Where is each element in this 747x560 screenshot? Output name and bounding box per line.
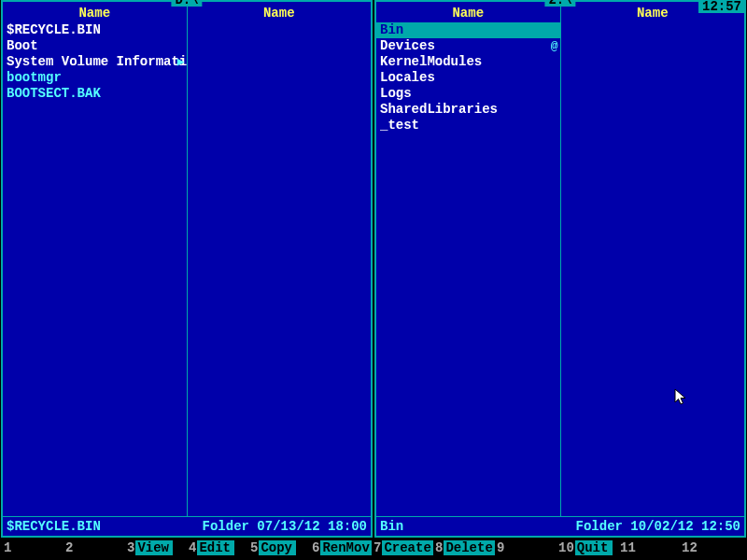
file-item[interactable]: Devices@ <box>376 38 560 54</box>
right-file-list[interactable]: BinDevices@KernelModulesLocalesLogsShare… <box>376 22 560 516</box>
left-column-2: Name <box>188 2 372 516</box>
fkey-num: 5 <box>250 540 259 555</box>
file-marker-icon: @ <box>551 38 558 54</box>
clock: 12:57 <box>698 0 745 13</box>
fkey-num: 7 <box>374 540 382 555</box>
file-item[interactable]: KernelModules <box>376 54 560 70</box>
fkey-7[interactable]: 7Create <box>374 540 435 555</box>
right-column-2: Name <box>561 2 745 516</box>
file-item[interactable]: System Volume Informatio▶ <box>3 54 187 70</box>
fkey-10[interactable]: 10Quit <box>558 540 620 555</box>
right-columns: Name BinDevices@KernelModulesLocalesLogs… <box>376 2 744 516</box>
fkey-8[interactable]: 8Delete <box>435 540 497 555</box>
left-column-1: Name $RECYCLE.BINBootSystem Volume Infor… <box>3 2 188 516</box>
right-status-name: Bin <box>380 519 403 534</box>
left-col-header-2: Name <box>188 2 372 22</box>
fkey-num: 4 <box>189 540 197 555</box>
file-item[interactable]: bootmgr <box>3 70 187 86</box>
right-panel-path: 2:\ <box>544 0 575 7</box>
fkey-num: 10 <box>558 540 575 555</box>
file-item[interactable]: Boot <box>3 38 187 54</box>
left-status-info: Folder 07/13/12 18:00 <box>203 519 367 534</box>
fkey-label: RenMov <box>320 540 371 555</box>
fkey-num: 3 <box>127 540 135 555</box>
left-panel[interactable]: D:\ Name $RECYCLE.BINBootSystem Volume I… <box>1 0 373 538</box>
left-file-list-2[interactable] <box>188 22 372 516</box>
left-status-bar: $RECYCLE.BIN Folder 07/13/12 18:00 <box>3 516 371 536</box>
file-item[interactable]: Logs <box>376 86 560 102</box>
file-item[interactable]: $RECYCLE.BIN <box>3 22 187 38</box>
left-col-header-1: Name <box>3 2 187 22</box>
fkey-12[interactable]: 12 <box>682 540 743 555</box>
fkey-1[interactable]: 1 <box>4 540 65 555</box>
fkey-5[interactable]: 5Copy <box>250 540 312 555</box>
fkey-9[interactable]: 9 <box>497 540 558 555</box>
right-column-1: Name BinDevices@KernelModulesLocalesLogs… <box>376 2 561 516</box>
right-status-bar: Bin Folder 10/02/12 12:50 <box>376 516 744 536</box>
fkey-label: View <box>135 540 173 555</box>
left-columns: Name $RECYCLE.BINBootSystem Volume Infor… <box>3 2 371 516</box>
fkey-num: 8 <box>435 540 444 555</box>
right-file-list-2[interactable] <box>561 22 745 516</box>
fkey-num: 11 <box>620 540 637 555</box>
fkey-3[interactable]: 3View <box>127 540 189 555</box>
fkey-label: Delete <box>444 540 494 555</box>
fkey-num: 9 <box>497 540 505 555</box>
fkey-label: Create <box>382 540 432 555</box>
file-item[interactable]: _test <box>376 118 560 133</box>
right-panel[interactable]: 2:\ Name BinDevices@KernelModulesLocales… <box>374 0 746 538</box>
fkey-label: Quit <box>575 540 613 555</box>
fkey-4[interactable]: 4Edit <box>189 540 250 555</box>
fkey-num: 12 <box>682 540 698 555</box>
fkey-num: 1 <box>4 540 12 555</box>
left-file-list[interactable]: $RECYCLE.BINBootSystem Volume Informatio… <box>3 22 187 516</box>
file-item[interactable]: SharedLibraries <box>376 102 560 118</box>
left-panel-path: D:\ <box>171 0 202 7</box>
fkey-label: Edit <box>197 540 234 555</box>
left-status-name: $RECYCLE.BIN <box>7 519 101 534</box>
right-col-header-1: Name <box>376 2 560 22</box>
file-item[interactable]: Bin <box>376 22 560 38</box>
panels-container: D:\ Name $RECYCLE.BINBootSystem Volume I… <box>0 0 747 538</box>
function-key-bar: 1 2 3View 4Edit 5Copy 6RenMov7Create8Del… <box>0 538 747 558</box>
right-status-info: Folder 10/02/12 12:50 <box>576 519 740 534</box>
fkey-11[interactable]: 11 <box>620 540 682 555</box>
file-item[interactable]: BOOTSECT.BAK <box>3 86 187 102</box>
fkey-2[interactable]: 2 <box>65 540 127 555</box>
file-item[interactable]: Locales <box>376 70 560 86</box>
fkey-label: Copy <box>259 540 296 555</box>
fkey-num: 2 <box>65 540 74 555</box>
fkey-num: 6 <box>312 540 320 555</box>
file-marker-icon: ▶ <box>177 54 185 70</box>
fkey-6[interactable]: 6RenMov <box>312 540 374 555</box>
